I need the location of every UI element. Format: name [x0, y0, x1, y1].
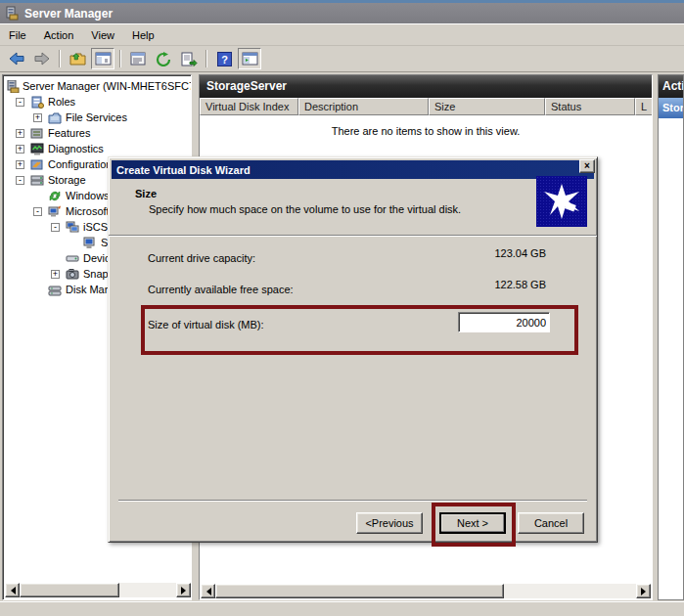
tree-item-label: File Services	[66, 111, 127, 123]
column-status[interactable]: Status	[545, 98, 635, 115]
back-button[interactable]	[5, 48, 28, 69]
menu-action[interactable]: Action	[35, 27, 83, 43]
file-services-icon	[48, 111, 62, 124]
toolbar-separator	[205, 50, 207, 67]
toolbar-separator	[119, 50, 121, 67]
windows-backup-icon	[48, 190, 62, 202]
menu-help[interactable]: Help	[123, 27, 163, 43]
back-icon	[8, 51, 25, 66]
menu-view[interactable]: View	[82, 27, 123, 43]
scrollbar-thumb[interactable]	[215, 584, 504, 598]
free-space-label: Currently available free space:	[148, 284, 294, 295]
expand-icon[interactable]: +	[16, 160, 24, 169]
list-column-headers: Virtual Disk Index Description Size Stat…	[200, 98, 653, 115]
expand-icon[interactable]: +	[16, 145, 24, 154]
server-manager-icon	[6, 80, 20, 93]
wizard-icon	[536, 176, 587, 227]
up-folder-icon	[69, 52, 86, 66]
tree-item-label: Microsoft	[66, 205, 110, 217]
help-button[interactable]: ?	[212, 48, 236, 69]
header-separator	[109, 235, 597, 237]
expand-icon[interactable]: +	[51, 270, 60, 279]
roles-icon	[30, 96, 44, 109]
devices-icon	[66, 252, 79, 265]
close-icon[interactable]: ×	[579, 159, 595, 173]
column-virtual-disk-index[interactable]: Virtual Disk Index	[200, 98, 298, 115]
menu-file[interactable]: File	[0, 27, 35, 43]
buttons-separator	[118, 500, 587, 502]
list-horizontal-scrollbar[interactable]	[201, 584, 651, 598]
storage-icon	[30, 174, 44, 187]
scrollbar-thumb[interactable]	[20, 583, 119, 597]
computer-icon	[83, 237, 97, 249]
tree-item-label: Roles	[48, 96, 75, 108]
forward-button[interactable]	[30, 48, 54, 69]
tree-horizontal-scrollbar[interactable]	[5, 583, 191, 597]
previous-button[interactable]: <Previous	[356, 512, 423, 534]
wizard-page-heading: Size	[135, 188, 157, 199]
results-pane-header: StorageServer	[200, 75, 653, 98]
empty-list-message: There are no items to show in this view.	[200, 125, 652, 137]
column-size[interactable]: Size	[429, 98, 545, 115]
diagnostics-icon	[30, 143, 44, 155]
actions-storageserver-section[interactable]: Stor	[659, 98, 684, 118]
tree-item-server-manager-root[interactable]: Server Manager (WIN-MHET6SFC7I	[3, 79, 192, 95]
collapse-icon[interactable]: -	[33, 207, 42, 216]
expand-icon[interactable]: +	[33, 113, 42, 122]
dialog-titlebar[interactable]: Create Virtual Disk Wizard	[112, 160, 594, 179]
scroll-right-icon[interactable]	[176, 583, 191, 597]
titlebar[interactable]: Server Manager	[0, 3, 684, 24]
tree-item-roles[interactable]: - Roles	[3, 95, 192, 110]
toolbar: ?	[0, 46, 684, 72]
export-list-button[interactable]	[177, 48, 201, 69]
free-space-value: 122.58 GB	[453, 279, 546, 290]
tree-item-label: Server Manager (WIN-MHET6SFC7I	[23, 80, 192, 92]
collapse-icon[interactable]: -	[16, 176, 24, 185]
scroll-left-icon[interactable]	[201, 584, 215, 598]
cancel-button[interactable]: Cancel	[518, 512, 584, 534]
window-title: Server Manager	[24, 7, 113, 21]
properties-button[interactable]	[126, 48, 150, 69]
capacity-label: Current drive capacity:	[148, 252, 255, 264]
toolbar-separator	[59, 50, 61, 67]
refresh-button[interactable]	[152, 48, 175, 69]
tree-item-label: iSCSI	[83, 221, 111, 233]
server-manager-app-icon	[5, 6, 20, 21]
show-action-pane-icon	[242, 52, 258, 66]
wizard-page-description: Specify how much space on the volume to …	[149, 203, 501, 215]
annotation-box-next-button	[432, 503, 516, 547]
expand-icon[interactable]: +	[16, 129, 24, 138]
tree-item-features[interactable]: + Features	[3, 126, 192, 142]
refresh-icon	[156, 52, 171, 66]
actions-pane: Acti Stor	[658, 74, 684, 600]
svg-text:?: ?	[221, 53, 228, 65]
configuration-icon	[30, 158, 44, 171]
status-bar	[0, 601, 684, 616]
export-list-icon	[181, 52, 198, 66]
tree-item-label: Storage	[48, 174, 86, 186]
show-action-pane-button[interactable]	[238, 48, 261, 69]
size-of-virtual-disk-input[interactable]	[458, 312, 550, 332]
up-folder-button[interactable]	[66, 48, 89, 69]
tree-item-label: Devic	[83, 252, 111, 264]
wizard-header: Size Specify how much space on the volum…	[113, 179, 595, 235]
scroll-right-icon[interactable]	[636, 584, 651, 598]
column-l-truncated[interactable]: L	[635, 98, 653, 115]
show-console-tree-button[interactable]	[91, 48, 114, 69]
properties-icon	[130, 52, 146, 66]
actions-pane-header: Acti	[659, 75, 684, 98]
disk-management-icon	[48, 284, 62, 296]
collapse-icon[interactable]: -	[16, 98, 24, 107]
help-icon: ?	[217, 52, 232, 66]
tree-item-diagnostics[interactable]: + Diagnostics	[3, 142, 192, 157]
dialog-title: Create Virtual Disk Wizard	[116, 164, 251, 176]
tree-item-file-services[interactable]: + File Services	[3, 110, 192, 126]
menubar: File Action View Help	[0, 25, 684, 46]
collapse-icon[interactable]: -	[51, 223, 60, 232]
scroll-left-icon[interactable]	[5, 583, 20, 597]
size-of-virtual-disk-label: Size of virtual disk (MB):	[148, 319, 264, 330]
capacity-value: 123.04 GB	[453, 247, 546, 259]
column-description[interactable]: Description	[298, 98, 429, 115]
show-console-tree-icon	[95, 52, 112, 66]
iscsi-icon	[66, 221, 79, 234]
